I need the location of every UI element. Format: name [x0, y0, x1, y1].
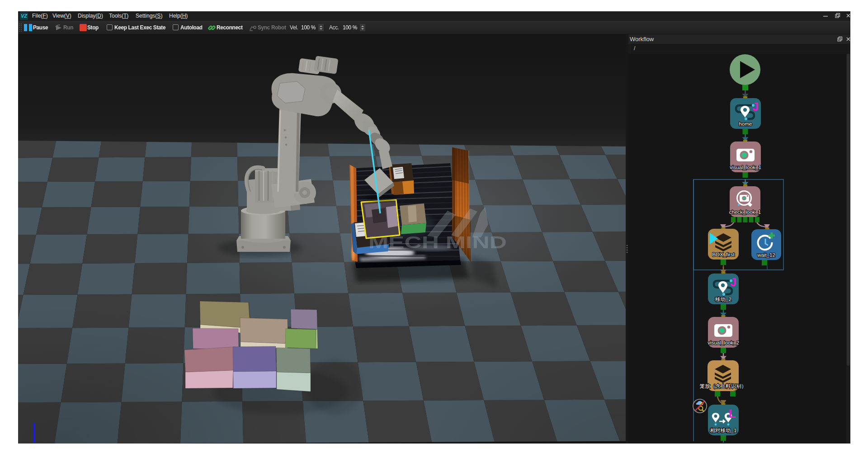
svg-text:J: J	[752, 100, 759, 113]
svg-text:wait_12: wait_12	[757, 252, 775, 258]
svg-text:visual_look_2: visual_look_2	[708, 340, 739, 345]
svg-text:笼放（含上料识别）: 笼放（含上料识别）	[700, 383, 747, 389]
svg-text:移动_2: 移动_2	[715, 297, 731, 302]
svg-text:check_look_1: check_look_1	[729, 209, 761, 215]
svg-text:home: home	[739, 121, 752, 127]
svg-text:J: J	[730, 276, 736, 288]
svg-text:MECH MIND: MECH MIND	[368, 233, 507, 252]
svg-text:L: L	[729, 407, 736, 420]
svg-text:BOX_first: BOX_first	[712, 252, 735, 257]
svg-text:visual_look_1: visual_look_1	[730, 165, 761, 170]
svg-text:相对移动_1: 相对移动_1	[710, 428, 737, 433]
